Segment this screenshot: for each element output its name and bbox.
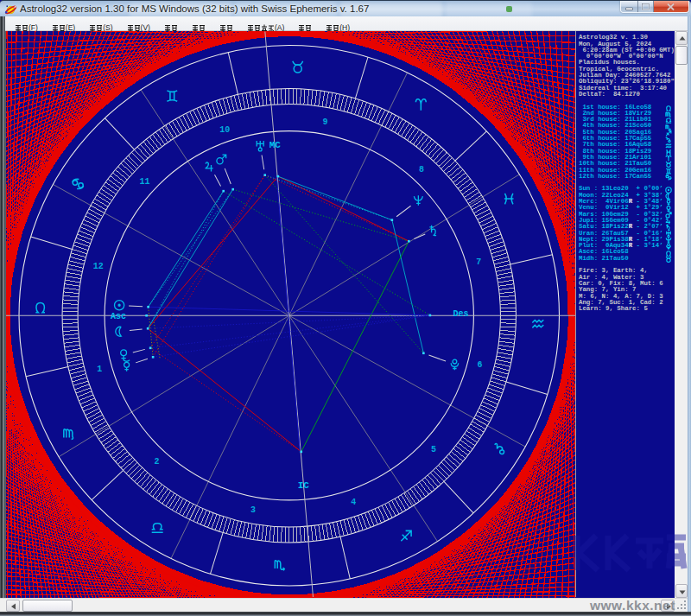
svg-text:8: 8 [419, 165, 424, 175]
svg-text:7: 7 [476, 257, 481, 267]
svg-text:IC: IC [298, 480, 310, 491]
svg-text:MC: MC [269, 140, 282, 150]
svg-text:9: 9 [322, 117, 327, 126]
svg-text:12: 12 [93, 262, 104, 271]
svg-text:10: 10 [219, 124, 230, 134]
svg-text:Asc: Asc [111, 312, 126, 321]
svg-text:5: 5 [431, 445, 436, 454]
svg-text:2: 2 [154, 457, 159, 467]
svg-text:6: 6 [478, 360, 483, 370]
svg-text:4: 4 [351, 497, 356, 506]
svg-text:3: 3 [250, 505, 256, 514]
svg-text:1: 1 [97, 365, 102, 374]
svg-text:Des: Des [453, 309, 468, 319]
svg-text:11: 11 [140, 177, 150, 187]
